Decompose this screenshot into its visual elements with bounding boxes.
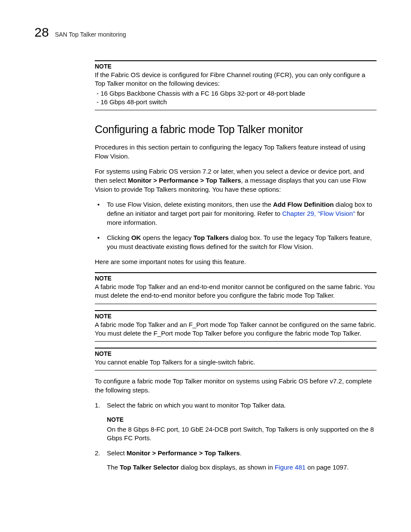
step-item: Select Monitor > Performance > Top Talke… [95, 448, 377, 472]
cross-ref-link[interactable]: Chapter 29, "Flow Vision" [282, 210, 355, 217]
note-item: 16 Gbps 48-port switch [95, 98, 377, 106]
note-body: You cannot enable Top Talkers for a sing… [95, 358, 377, 367]
note-single-switch: NOTE You cannot enable Top Talkers for a… [95, 348, 377, 370]
note-end-to-end: NOTE A fabric mode Top Talker and an end… [95, 272, 377, 304]
note-label: NOTE [107, 416, 377, 424]
note-fcr: NOTE If the Fabric OS device is configur… [95, 60, 377, 110]
options-list: To use Flow Vision, delete existing moni… [95, 200, 377, 251]
text: opens the legacy [141, 234, 193, 241]
dialog-name: Add Flow Definition [273, 201, 334, 208]
paragraph-intro: Procedures in this section pertain to co… [95, 143, 377, 161]
page-header: 28 SAN Top Talker monitoring [34, 26, 377, 39]
note-item: 16 Gbps Backbone Chassis with a FC 16 Gb… [95, 89, 377, 98]
figure-ref-link[interactable]: Figure 481 [275, 464, 306, 471]
paragraph-systems: For systems using Fabric OS version 7.2 … [95, 167, 377, 194]
text: dialog box displays, as shown in [179, 464, 275, 471]
text: To use Flow Vision, delete existing moni… [107, 201, 273, 208]
list-item: Clicking OK opens the legacy Top Talkers… [95, 233, 377, 251]
step-text: Select the fabric on which you want to m… [107, 401, 286, 409]
step-result: The Top Talker Selector dialog box displ… [107, 463, 377, 472]
note-label: NOTE [95, 313, 377, 320]
note-label: NOTE [95, 350, 377, 357]
paragraph-notes-intro: Here are some important notes for using … [95, 257, 377, 266]
steps-list: Select the fabric on which you want to m… [95, 401, 377, 472]
note-body: If the Fabric OS device is configured fo… [95, 71, 377, 106]
note-label: NOTE [95, 275, 377, 282]
note-label: NOTE [95, 63, 377, 70]
running-title: SAN Top Talker monitoring [55, 31, 126, 38]
button-name: OK [131, 234, 141, 241]
step-item: Select the fabric on which you want to m… [95, 401, 377, 442]
page-number: 28 [34, 26, 49, 39]
list-item: To use Flow Vision, delete existing moni… [95, 200, 377, 227]
menu-path: Monitor > Performance > Top Talkers [128, 177, 241, 184]
step-note: NOTE On the 8 Gbps 8-FC port, 10 GbE 24-… [107, 416, 377, 442]
text: The [107, 464, 120, 471]
note-text: If the Fabric OS device is configured fo… [95, 71, 365, 87]
text: . [240, 449, 242, 457]
dialog-name: Top Talkers [193, 234, 229, 241]
paragraph-configure: To configure a fabric mode Top Talker mo… [95, 376, 377, 395]
dialog-name: Top Talker Selector [120, 464, 179, 471]
note-body: On the 8 Gbps 8-FC port, 10 GbE 24-DCB p… [107, 425, 377, 443]
section-heading: Configuring a fabric mode Top Talker mon… [95, 123, 377, 136]
menu-path: Monitor > Performance > Top Talkers [127, 449, 240, 457]
note-fport: NOTE A fabric mode Top Talker and an F_P… [95, 310, 377, 342]
text: Select [107, 449, 127, 457]
note-body: A fabric mode Top Talker and an end-to-e… [95, 283, 377, 300]
note-body: A fabric mode Top Talker and an F_Port m… [95, 320, 377, 338]
text: on page 1097. [305, 464, 349, 471]
text: Clicking [107, 234, 131, 241]
